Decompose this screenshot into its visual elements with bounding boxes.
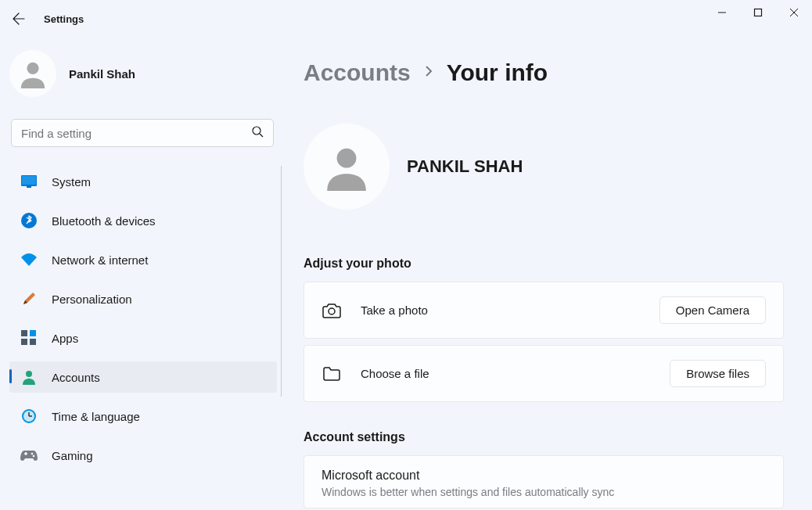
- svg-point-2: [27, 63, 38, 74]
- take-photo-card: Take a photo Open Camera: [304, 282, 784, 339]
- folder-icon: [322, 364, 342, 384]
- choose-file-card: Choose a file Browse files: [304, 345, 784, 402]
- sidebar-item-accounts[interactable]: Accounts: [9, 361, 277, 393]
- minimize-button[interactable]: [704, 0, 740, 25]
- nav-label: Bluetooth & devices: [52, 214, 156, 228]
- take-photo-label: Take a photo: [361, 303, 659, 317]
- sidebar-divider: [281, 166, 282, 397]
- profile-avatar: [304, 124, 390, 210]
- svg-point-20: [337, 149, 357, 168]
- sidebar-item-system[interactable]: System: [9, 166, 277, 197]
- close-icon: [789, 8, 799, 17]
- browse-files-button[interactable]: Browse files: [670, 360, 766, 387]
- nav-label: Network & internet: [52, 253, 148, 267]
- svg-point-21: [329, 308, 335, 314]
- person-icon: [322, 142, 371, 191]
- clock-icon: [20, 408, 38, 425]
- nav-label: Time & language: [52, 410, 140, 423]
- search-input[interactable]: [11, 119, 274, 147]
- microsoft-account-card[interactable]: Microsoft account Windows is better when…: [304, 455, 784, 508]
- svg-point-19: [33, 455, 35, 458]
- nav-label: Apps: [52, 332, 78, 345]
- user-header[interactable]: Pankil Shah: [9, 47, 282, 119]
- back-button[interactable]: [0, 0, 38, 38]
- apps-icon: [20, 329, 38, 347]
- camera-icon: [322, 300, 342, 321]
- search-icon: [252, 126, 264, 141]
- nav-list: System Bluetooth & devices Network & int…: [9, 166, 282, 471]
- svg-point-3: [253, 127, 260, 135]
- svg-rect-1: [755, 9, 762, 16]
- gaming-icon: [20, 447, 38, 464]
- svg-rect-7: [27, 186, 31, 188]
- nav-label: Accounts: [52, 371, 100, 384]
- account-settings-heading: Account settings: [304, 430, 784, 444]
- nav-label: Gaming: [52, 449, 93, 462]
- breadcrumb-parent[interactable]: Accounts: [304, 59, 411, 86]
- wifi-icon: [20, 251, 38, 268]
- svg-rect-11: [21, 339, 27, 345]
- user-name: Pankil Shah: [69, 67, 135, 81]
- svg-rect-6: [22, 176, 36, 185]
- sidebar-item-gaming[interactable]: Gaming: [9, 440, 277, 471]
- minimize-icon: [717, 8, 727, 17]
- sidebar-item-apps[interactable]: Apps: [9, 322, 277, 354]
- bluetooth-icon: [20, 212, 38, 229]
- chevron-right-icon: [425, 66, 433, 80]
- profile-header: PANKIL SHAH: [304, 124, 784, 210]
- close-button[interactable]: [776, 0, 812, 25]
- breadcrumb-current: Your info: [447, 59, 548, 86]
- person-icon: [18, 59, 48, 88]
- accounts-icon: [20, 368, 38, 386]
- open-camera-button[interactable]: Open Camera: [659, 296, 766, 324]
- svg-rect-10: [30, 330, 36, 336]
- sidebar-item-bluetooth[interactable]: Bluetooth & devices: [9, 205, 277, 236]
- svg-point-13: [26, 371, 32, 377]
- profile-name: PANKIL SHAH: [407, 156, 523, 177]
- maximize-icon: [753, 8, 763, 17]
- sidebar-item-time-language[interactable]: Time & language: [9, 400, 277, 432]
- maximize-button[interactable]: [740, 0, 776, 25]
- brush-icon: [20, 290, 38, 307]
- ms-account-subtitle: Windows is better when settings and file…: [322, 486, 766, 498]
- nav-label: System: [52, 175, 91, 189]
- titlebar: Settings: [0, 0, 812, 38]
- breadcrumb: Accounts Your info: [304, 59, 784, 86]
- ms-account-title: Microsoft account: [322, 469, 766, 483]
- sidebar: Pankil Shah System Bluetooth & devices N…: [0, 38, 282, 510]
- system-icon: [20, 173, 38, 190]
- svg-line-4: [260, 134, 263, 137]
- sidebar-item-personalization[interactable]: Personalization: [9, 283, 277, 314]
- nav-label: Personalization: [52, 293, 132, 306]
- svg-rect-12: [30, 339, 36, 345]
- svg-point-18: [31, 453, 34, 455]
- adjust-photo-heading: Adjust your photo: [304, 257, 784, 271]
- search-field[interactable]: [21, 127, 264, 140]
- sidebar-item-network[interactable]: Network & internet: [9, 244, 277, 275]
- window-controls: [704, 0, 812, 25]
- user-avatar: [9, 50, 56, 97]
- arrow-left-icon: [13, 13, 25, 25]
- choose-file-label: Choose a file: [361, 367, 670, 380]
- window-title: Settings: [44, 13, 84, 25]
- svg-rect-9: [21, 330, 27, 336]
- content: Accounts Your info PANKIL SHAH Adjust yo…: [282, 38, 812, 510]
